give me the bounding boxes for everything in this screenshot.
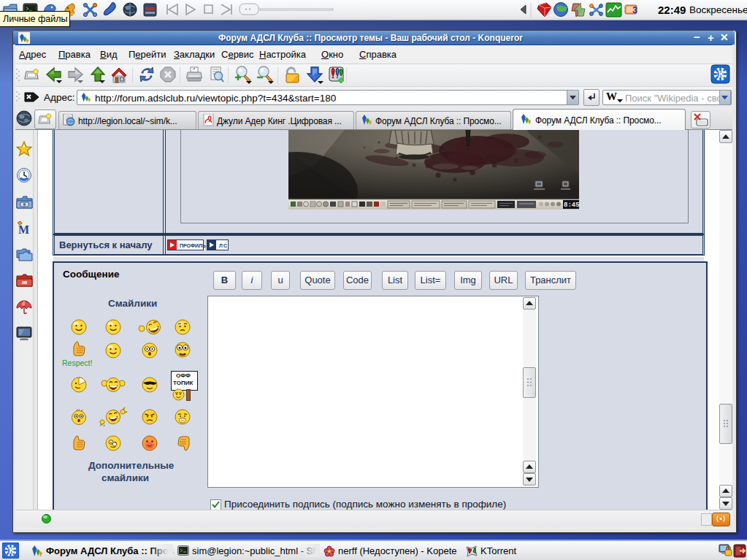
svg-text:8:45: 8:45 xyxy=(564,202,579,209)
svg-text:3: 3 xyxy=(632,5,637,15)
svg-text:M: M xyxy=(18,223,29,236)
